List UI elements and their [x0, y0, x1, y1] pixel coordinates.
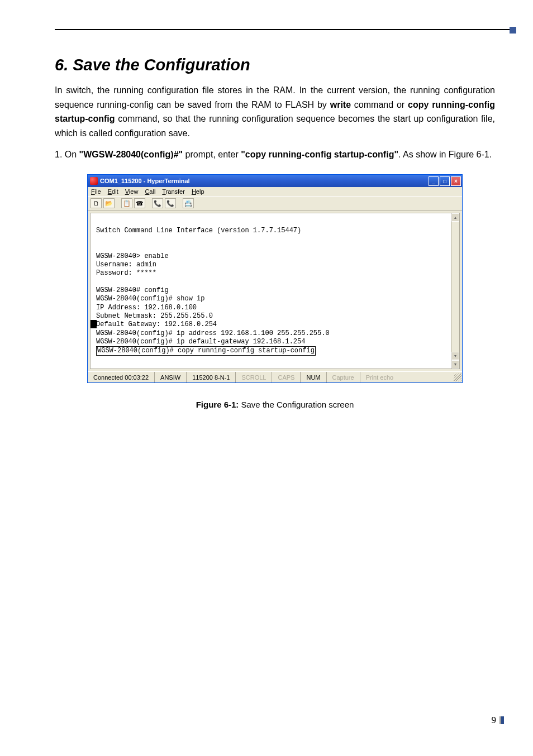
- hyperterminal-window: COM1_115200 - HyperTerminal _ □ × File E…: [87, 174, 463, 383]
- status-scroll: SCROLL: [235, 372, 272, 382]
- new-icon[interactable]: 🗋: [91, 198, 102, 208]
- text: prompt, enter: [183, 150, 241, 159]
- screenshot-container: COM1_115200 - HyperTerminal _ □ × File E…: [55, 174, 495, 383]
- close-button[interactable]: ×: [451, 176, 461, 186]
- menu-view[interactable]: View: [125, 188, 139, 195]
- window-title: COM1_115200 - HyperTerminal: [100, 178, 190, 184]
- call-icon[interactable]: 📞: [152, 198, 163, 208]
- open-icon[interactable]: 📂: [103, 198, 115, 208]
- intro-paragraph: In switch, the running configuration fil…: [55, 83, 495, 140]
- scrollbar[interactable]: ▴ ▾ ▾: [451, 213, 459, 369]
- term-line: Switch Command Line Interface (version 1…: [96, 227, 301, 235]
- bold-prompt: "WGSW-28040(config)#": [79, 150, 183, 159]
- caption-label: Figure 6-1:: [196, 400, 239, 409]
- statusbar: Connected 00:03:22 ANSIW 115200 8-N-1 SC…: [88, 371, 462, 382]
- section-title: 6. Save the Configuration: [55, 56, 495, 74]
- cursor-block: [91, 320, 97, 328]
- page-number: 9: [492, 715, 505, 726]
- title-left: COM1_115200 - HyperTerminal: [90, 177, 190, 185]
- page-number-value: 9: [492, 715, 497, 726]
- scroll-up-icon[interactable]: ▴: [451, 213, 459, 222]
- term-line: Password: *****: [96, 269, 156, 277]
- text: . As show in Figure 6-1.: [398, 150, 492, 159]
- menu-file[interactable]: File: [91, 188, 101, 195]
- header-rule: [55, 29, 511, 30]
- term-line: WGSW-28040(config)# ip address 192.168.1…: [96, 329, 330, 337]
- page-content: 6. Save the Configuration In switch, the…: [55, 56, 495, 409]
- scroll-down-icon[interactable]: ▾: [451, 360, 459, 369]
- text: command or: [351, 100, 408, 109]
- terminal-body: Switch Command Line Interface (version 1…: [88, 210, 462, 371]
- app-icon: [90, 177, 98, 185]
- status-echo: Print echo: [360, 372, 399, 382]
- caption-text: Save the Configuration screen: [239, 400, 354, 409]
- menu-help[interactable]: Help: [192, 188, 204, 195]
- list-number: 1.: [55, 150, 65, 159]
- properties-icon[interactable]: 📇: [183, 198, 194, 208]
- page-marker-icon: [499, 716, 504, 724]
- text: command, so that the running configurati…: [55, 114, 495, 138]
- maximize-button[interactable]: □: [440, 176, 450, 186]
- status-connected: Connected 00:03:22: [88, 372, 154, 382]
- terminal-text: Switch Command Line Interface (version 1…: [96, 218, 454, 355]
- term-line: WGSW-28040> enable: [96, 252, 169, 260]
- menu-call[interactable]: Call: [145, 188, 155, 195]
- phone-icon[interactable]: ☎: [134, 198, 145, 208]
- figure-caption: Figure 6-1: Save the Configuration scree…: [55, 400, 495, 409]
- window-controls: _ □ ×: [429, 176, 461, 186]
- status-emulation: ANSIW: [154, 372, 186, 382]
- term-line-highlight: WGSW-28040(config)# copy running-config …: [96, 346, 316, 356]
- status-params: 115200 8-N-1: [186, 372, 235, 382]
- term-line: WGSW-28040(config)# show ip: [96, 295, 204, 303]
- header-marker: [510, 27, 516, 34]
- scroll-down-icon[interactable]: ▾: [451, 352, 459, 360]
- term-line: IP Address: 192.168.0.100: [96, 304, 197, 312]
- menubar: File Edit View Call Transfer Help: [88, 187, 462, 196]
- minimize-button[interactable]: _: [429, 176, 439, 186]
- menu-transfer[interactable]: Transfer: [162, 188, 185, 195]
- term-line: WGSW-28040# config: [96, 286, 169, 294]
- bold-cmd: "copy running-config startup-config": [241, 150, 398, 159]
- status-caps: CAPS: [272, 372, 300, 382]
- snap-icon[interactable]: 📋: [121, 198, 132, 208]
- text: On: [65, 150, 79, 159]
- menu-edit[interactable]: Edit: [108, 188, 118, 195]
- terminal-viewport: Switch Command Line Interface (version 1…: [90, 213, 460, 369]
- status-num: NUM: [300, 372, 326, 382]
- term-line: Default Gateway: 192.168.0.254: [96, 320, 217, 328]
- term-line: WGSW-28040(config)# ip default-gateway 1…: [96, 338, 305, 346]
- step-1: 1. On "WGSW-28040(config)#" prompt, ente…: [55, 148, 495, 162]
- bold-write: write: [330, 100, 351, 109]
- toolbar: 🗋 📂 📋 ☎ 📞 📞 📇: [88, 196, 462, 210]
- term-line: Subnet Netmask: 255.255.255.0: [96, 312, 213, 320]
- titlebar: COM1_115200 - HyperTerminal _ □ ×: [88, 175, 462, 187]
- disconnect-icon[interactable]: 📞: [165, 198, 176, 208]
- resize-grip-icon[interactable]: [454, 374, 461, 381]
- status-capture: Capture: [326, 372, 360, 382]
- term-line: Username: admin: [96, 261, 156, 269]
